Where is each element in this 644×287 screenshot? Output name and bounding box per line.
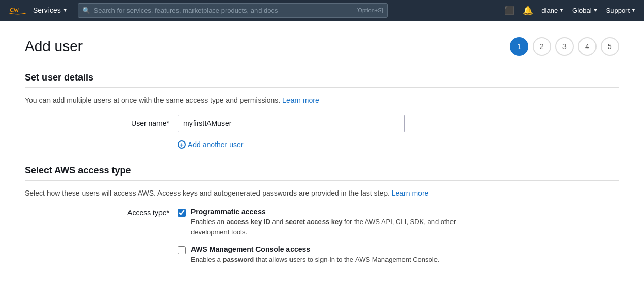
terminal-icon[interactable]: ⬛ (504, 6, 514, 15)
search-bar: 🔍 [Option+S] (78, 3, 388, 18)
bell-icon[interactable]: 🔔 (523, 6, 533, 15)
navbar-right: ⬛ 🔔 diane ▼ Global ▼ Support ▼ (504, 6, 636, 15)
step-indicators: 1 2 3 4 5 (510, 37, 619, 56)
region-label: Global (572, 7, 592, 14)
step-4[interactable]: 4 (578, 37, 597, 56)
user-details-learn-more[interactable]: Learn more (282, 96, 319, 104)
programmatic-access-desc: Enables an access key ID and secret acce… (191, 217, 459, 237)
page-header: Add user 1 2 3 4 5 (25, 37, 619, 56)
main-content: Add user 1 2 3 4 5 Set user details You … (0, 21, 644, 287)
user-details-desc: You can add multiple users at once with … (25, 96, 619, 104)
user-details-title: Set user details (25, 72, 619, 83)
step-5[interactable]: 5 (601, 37, 619, 56)
step-2[interactable]: 2 (533, 37, 551, 56)
services-chevron-icon: ▼ (63, 8, 68, 13)
add-another-user-label: Add another user (188, 140, 243, 149)
programmatic-access-content: Programmatic access Enables an access ke… (191, 208, 459, 237)
console-access-option: AWS Management Console access Enables a … (178, 245, 459, 265)
access-options: Programmatic access Enables an access ke… (178, 208, 459, 265)
navbar: Services ▼ 🔍 [Option+S] ⬛ 🔔 diane ▼ Glob… (0, 0, 644, 21)
access-type-section: Select AWS access type Select how these … (25, 165, 619, 265)
user-menu[interactable]: diane ▼ (541, 7, 564, 14)
search-input[interactable] (78, 3, 388, 18)
access-type-row: Access type* Programmatic access Enables… (25, 208, 619, 265)
step-3[interactable]: 3 (555, 37, 574, 56)
console-access-content: AWS Management Console access Enables a … (191, 245, 440, 265)
add-another-user-link[interactable]: + Add another user (178, 140, 243, 149)
add-user-row: + Add another user (25, 140, 619, 149)
search-icon: 🔍 (82, 7, 90, 14)
search-shortcut: [Option+S] (356, 7, 383, 13)
programmatic-access-title: Programmatic access (191, 208, 459, 216)
access-type-learn-more[interactable]: Learn more (392, 189, 429, 197)
access-type-title: Select AWS access type (25, 165, 619, 176)
services-label: Services (33, 6, 61, 14)
region-chevron-icon: ▼ (593, 8, 598, 13)
username-label: User name* (87, 119, 169, 127)
user-details-divider (25, 87, 619, 88)
services-menu[interactable]: Services ▼ (33, 6, 68, 14)
programmatic-access-checkbox[interactable] (178, 209, 186, 217)
support-chevron-icon: ▼ (631, 8, 636, 13)
step-1[interactable]: 1 (510, 37, 528, 56)
username-row: User name* (25, 115, 619, 132)
aws-logo[interactable] (8, 5, 27, 16)
user-details-section: Set user details You can add multiple us… (25, 72, 619, 149)
region-menu[interactable]: Global ▼ (572, 7, 598, 14)
console-access-title: AWS Management Console access (191, 245, 440, 253)
programmatic-access-option: Programmatic access Enables an access ke… (178, 208, 459, 237)
support-menu[interactable]: Support ▼ (606, 7, 636, 14)
username-input[interactable] (178, 115, 405, 132)
plus-circle-icon: + (178, 140, 186, 149)
user-chevron-icon: ▼ (559, 8, 564, 13)
console-access-checkbox[interactable] (178, 246, 186, 254)
page-title: Add user (25, 38, 83, 55)
support-label: Support (606, 7, 630, 14)
access-type-desc: Select how these users will access AWS. … (25, 189, 619, 197)
access-type-divider (25, 180, 619, 181)
console-access-desc: Enables a password that allows users to … (191, 254, 440, 265)
username: diane (541, 7, 558, 14)
access-type-label: Access type* (87, 208, 169, 217)
